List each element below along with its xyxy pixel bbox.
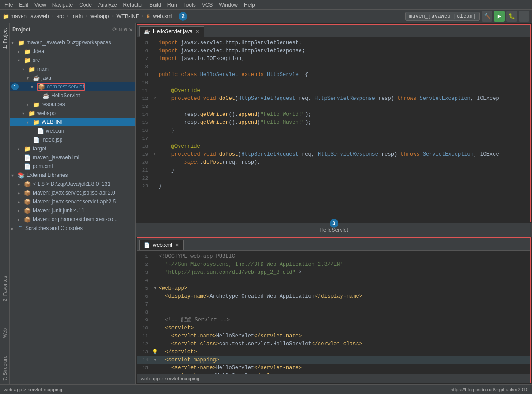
- tree-label: com.test.servlet: [47, 84, 84, 90]
- tab-close-button[interactable]: ✕: [175, 242, 179, 248]
- tree-extlibs[interactable]: ▾ 📚 External Libraries: [10, 171, 135, 180]
- toolbar-main[interactable]: main: [71, 13, 83, 19]
- tree-label: webapp: [37, 110, 56, 116]
- menu-navigate[interactable]: Navigate: [49, 1, 76, 9]
- menu-analyze[interactable]: Analyze: [95, 1, 120, 9]
- code-line: 11 @Override: [137, 87, 530, 95]
- toolbar: 📁 maven_javaweb › src › main › webapp › …: [0, 10, 532, 23]
- side-tab-favorites[interactable]: 2: Favorites: [1, 272, 9, 305]
- menu-vcs[interactable]: VCS: [199, 1, 216, 9]
- tree-main[interactable]: ▾ 📁 main: [10, 65, 135, 73]
- gutter-collapse[interactable]: ▾: [154, 284, 157, 292]
- folder-icon: 📁: [24, 48, 31, 55]
- toolbar-project[interactable]: 📁 maven_javaweb: [3, 13, 49, 19]
- gutter-collapse2[interactable]: ▾: [154, 356, 157, 364]
- menu-refactor[interactable]: Refactor: [121, 1, 146, 9]
- run-config-selector[interactable]: maven_javaweb [clean]: [405, 12, 480, 21]
- lib-icon: 📦: [24, 199, 31, 205]
- menu-help[interactable]: Help: [241, 1, 258, 9]
- status-breadcrumb: web-app > servlet-mapping: [4, 387, 62, 392]
- tab-label: web.xml: [153, 242, 172, 248]
- close-panel-icon[interactable]: ✕: [129, 26, 133, 33]
- tree-lib-junit[interactable]: ▸ 📦 Maven: junit:junit:4.11: [10, 206, 135, 215]
- tree-label: WEB-INF: [42, 119, 64, 125]
- arrow-icon: ▾: [11, 40, 18, 45]
- tree-jdk[interactable]: ▸ 📦 < 1.8 > D:\zgp\Java\jdk1.8.0_131: [10, 180, 135, 188]
- tree-resources[interactable]: ▸ 📁 resources: [10, 100, 135, 109]
- tree-webinf[interactable]: ▾ 📁 WEB-INF: [10, 118, 135, 126]
- toolbar-webapp[interactable]: webapp: [90, 13, 109, 19]
- menu-edit[interactable]: Edit: [16, 1, 31, 9]
- tab-webxml[interactable]: 📄 web.xml ✕: [139, 240, 184, 250]
- tree-label: Maven: org.hamcrest:hamcrest-co...: [33, 216, 118, 222]
- folder-icon: 📁: [33, 119, 40, 126]
- iml-icon: 📄: [24, 154, 31, 161]
- library-icon: 📚: [18, 172, 25, 179]
- side-tabs: 1: Project 2: Favorites Web 7: Structure: [0, 23, 10, 384]
- lib-icon: 📦: [24, 181, 31, 187]
- side-tab-structure[interactable]: 7: Structure: [1, 352, 9, 384]
- tree-lib-servlet[interactable]: ▸ 📦 Maven: javax.servlet:servlet-api:2.5: [10, 197, 135, 206]
- menu-code[interactable]: Code: [76, 1, 95, 9]
- tree-package[interactable]: ▾ 📦 com.test.servlet 1: [10, 82, 135, 91]
- main-layout: 1: Project 2: Favorites Web 7: Structure…: [0, 23, 532, 384]
- tree-target[interactable]: ▸ 📁 target: [10, 144, 135, 153]
- code-line: 14 resp.getWriter().append("Hello World!…: [137, 111, 530, 119]
- tree-idea[interactable]: ▸ 📁 .idea: [10, 47, 135, 56]
- sync-icon[interactable]: ⟳: [112, 26, 117, 33]
- toolbar-webinf[interactable]: WEB-INF: [117, 13, 139, 19]
- jsp-file-icon: 📄: [33, 137, 40, 143]
- menu-window[interactable]: Window: [216, 1, 240, 9]
- tree-webapp[interactable]: ▾ 📁 webapp: [10, 109, 135, 118]
- gutter-run-icon[interactable]: ○: [154, 95, 157, 103]
- breadcrumb-webinf: WEB-INF: [117, 13, 139, 19]
- bottom-code-editor[interactable]: 1 <!DOCTYPE web-app PUBLIC 2 "-//Sun Mic…: [137, 251, 530, 374]
- tree-webxml[interactable]: ▸ 📄 web.xml: [10, 126, 135, 135]
- menu-tools[interactable]: Tools: [181, 1, 198, 9]
- code-line: 16 }: [137, 126, 530, 134]
- code-line: 9 <!-- 配置 Servlet -->: [137, 316, 530, 324]
- top-code-editor[interactable]: 5 import javax.servlet.http.HttpServletR…: [137, 37, 530, 222]
- tree-scratches[interactable]: ▸ 🗒 Scratches and Consoles: [10, 224, 135, 233]
- arrow-icon: ▾: [22, 67, 28, 72]
- code-line: 11 <servlet-name>HelloServlet</servlet-n…: [137, 332, 530, 340]
- tree-iml[interactable]: ▸ 📄 maven_javaweb.iml: [10, 153, 135, 162]
- tab-close-button[interactable]: ✕: [195, 29, 199, 34]
- code-line: 3 "http://java.sun.com/dtd/web-app_2_3.d…: [137, 268, 530, 276]
- tree-indexjsp[interactable]: ▸ 📄 index.jsp: [10, 135, 135, 144]
- code-line: 15 resp.getWriter().append("Hello Maven!…: [137, 119, 530, 126]
- more-actions-button[interactable]: ⋮: [519, 11, 529, 22]
- tree-lib-jsp[interactable]: ▸ 📦 Maven: javax.servlet.jsp:jsp-api:2.0: [10, 188, 135, 197]
- code-line: 8: [137, 63, 530, 71]
- toolbar-src[interactable]: src: [57, 13, 64, 19]
- arrow-icon: ▾: [18, 58, 24, 63]
- side-tab-project[interactable]: 1: Project: [1, 25, 9, 52]
- debug-button[interactable]: 🐛: [506, 11, 517, 22]
- menu-file[interactable]: File: [2, 1, 15, 9]
- build-button[interactable]: 🔨: [482, 11, 492, 22]
- editor-area: ☕ HelloServlet.java ✕ 5 import javax.ser…: [136, 23, 532, 384]
- expand-icon[interactable]: ⇅: [119, 26, 122, 33]
- bulb-icon[interactable]: 💡: [152, 348, 158, 356]
- code-line: 6 import javax.servlet.http.HttpServletR…: [137, 47, 530, 55]
- breadcrumb-src: src: [57, 13, 64, 19]
- tree-src[interactable]: ▾ 📁 src: [10, 56, 135, 65]
- tree-root[interactable]: ▾ 📁 maven_javaweb D:\zgp\workspaces: [10, 38, 135, 47]
- tree-java[interactable]: ▾ ☕ java: [10, 73, 135, 82]
- panel-header: Project ⟳ ⇅ ⚙ ✕: [10, 23, 135, 36]
- tree-lib-hamcrest[interactable]: ▸ 📦 Maven: org.hamcrest:hamcrest-co...: [10, 215, 135, 224]
- settings-icon[interactable]: ⚙: [124, 26, 127, 33]
- gutter-run-icon2[interactable]: ○: [154, 150, 157, 158]
- tree-label: maven_javaweb.iml: [33, 154, 79, 161]
- tree-helloservlet[interactable]: ▸ ☕ HelloServlet: [10, 91, 135, 100]
- menu-build[interactable]: Build: [147, 1, 164, 9]
- run-button[interactable]: ▶: [494, 11, 505, 22]
- folder-icon: 📁: [18, 39, 25, 46]
- side-tab-web[interactable]: Web: [1, 325, 9, 341]
- menu-run[interactable]: Run: [165, 1, 180, 9]
- tab-helloservlet[interactable]: ☕ HelloServlet.java ✕: [139, 26, 204, 37]
- menu-view[interactable]: View: [32, 1, 49, 9]
- tree-pomxml[interactable]: ▸ 📄 pom.xml: [10, 162, 135, 171]
- tree-label: HelloServlet: [51, 92, 80, 99]
- toolbar-webxml[interactable]: 🗎 web.xml: [146, 13, 172, 19]
